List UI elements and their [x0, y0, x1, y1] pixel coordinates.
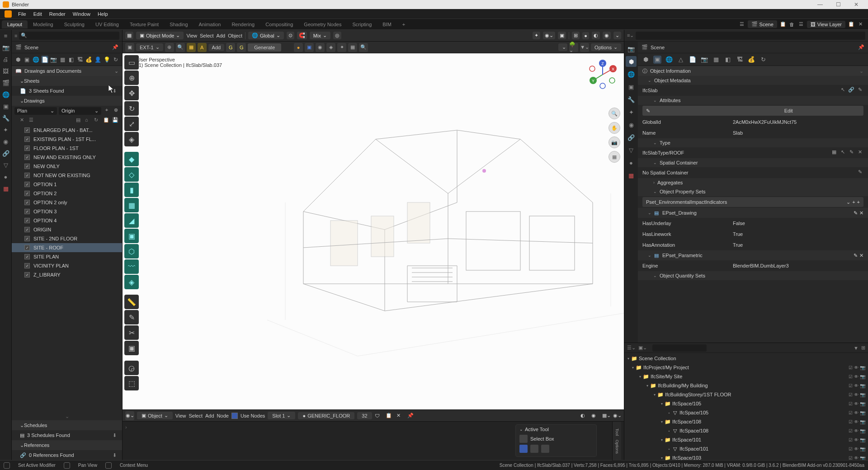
- shading-options-icon[interactable]: ⌄: [613, 32, 621, 39]
- particles-icon[interactable]: ✦: [2, 126, 10, 134]
- checkbox-icon[interactable]: [24, 245, 30, 250]
- eye-icon[interactable]: 👁: [854, 365, 859, 370]
- add-icon[interactable]: +: [852, 199, 855, 205]
- tab-rendering[interactable]: Rendering: [226, 20, 260, 28]
- tab-scripting[interactable]: Scripting: [347, 20, 377, 28]
- checkbox-icon[interactable]: [24, 164, 30, 169]
- download-icon[interactable]: ⬇: [110, 432, 118, 438]
- slot-select[interactable]: Slot 1 ⌄: [268, 412, 295, 419]
- drawing-item[interactable]: ORIGIN: [12, 225, 122, 234]
- cost-icon[interactable]: 💰: [747, 56, 755, 64]
- transform-tool[interactable]: ◈: [124, 132, 139, 146]
- unlink-icon[interactable]: ✕: [396, 413, 405, 418]
- mode-select[interactable]: ▣ Object Mode ⌄: [136, 32, 184, 39]
- menu-add[interactable]: Add: [217, 33, 226, 38]
- drawing-icon[interactable]: 📄: [689, 56, 697, 64]
- drawing-item[interactable]: ENLARGED PLAN - BAT...: [12, 126, 122, 135]
- tab-bim-icon[interactable]: ⬢: [626, 56, 637, 67]
- outliner-row[interactable]: •▽IfcSpace/108☑👁📷: [624, 426, 868, 435]
- snap-toggle-icon[interactable]: 🧲: [297, 32, 307, 39]
- bim-tool-3[interactable]: ▮: [124, 183, 139, 197]
- outliner-row[interactable]: ▾📁IfcSpace/108☑👁📷: [624, 417, 868, 426]
- options-icon[interactable]: ≡: [2, 32, 10, 40]
- object-icon[interactable]: ▣: [2, 102, 10, 110]
- sidebar-tabs[interactable]: Tool Options: [612, 422, 621, 461]
- outliner-row[interactable]: •▽IfcSpace/101☑👁📷: [624, 444, 868, 453]
- scene-browse-icon[interactable]: ☰: [739, 21, 745, 28]
- copy-icon[interactable]: 📋: [386, 413, 394, 418]
- extra-tool[interactable]: ⬚: [124, 376, 139, 390]
- type-icon[interactable]: ◧: [67, 56, 75, 63]
- shading-wire-icon[interactable]: ⊞: [572, 32, 580, 39]
- material-icon[interactable]: ●: [2, 173, 10, 181]
- outliner-row[interactable]: ▾📁IfcSpace/105☑👁📷: [624, 399, 868, 408]
- tab-animation[interactable]: Animation: [193, 20, 226, 28]
- oqsets-header[interactable]: ⌄Object Quantity Sets: [638, 271, 868, 280]
- new-collection-icon[interactable]: ⊞: [861, 345, 865, 351]
- checkbox-icon[interactable]: [24, 218, 30, 223]
- pin-icon[interactable]: 📌: [858, 44, 864, 50]
- tab-shading[interactable]: Shading: [164, 20, 193, 28]
- rotate-tool[interactable]: ↻: [124, 101, 139, 116]
- drawing-item[interactable]: SITE - 2ND FLOOR: [12, 234, 122, 243]
- tab-object-icon[interactable]: ▣: [626, 81, 637, 92]
- tab-constraint-icon[interactable]: 🔗: [626, 132, 637, 143]
- shield-icon[interactable]: 🛡: [375, 413, 383, 418]
- viewlayer-browse-icon[interactable]: ☰: [798, 21, 804, 28]
- options-icon[interactable]: ≡: [14, 33, 17, 38]
- object-data-icon[interactable]: ▣: [24, 56, 31, 63]
- pin-icon[interactable]: 📌: [112, 44, 118, 50]
- menu-view[interactable]: View: [186, 33, 197, 38]
- shading-render-icon[interactable]: ◉: [603, 32, 611, 39]
- eye-icon[interactable]: 👁: [854, 374, 859, 379]
- outliner-row[interactable]: ▾📁IfcBuildingStorey/1ST FLOOR☑👁📷: [624, 390, 868, 399]
- node1-icon[interactable]: ◐: [580, 413, 589, 418]
- scene-breadcrumb-right[interactable]: 🎬 Scene 📌: [638, 42, 868, 53]
- tab-sculpting[interactable]: Sculpting: [59, 20, 90, 28]
- more-icon[interactable]: ↻: [112, 56, 119, 63]
- overlay-icon[interactable]: ◉⌄: [543, 32, 555, 39]
- knife-tool[interactable]: ✂: [124, 325, 139, 340]
- add-button[interactable]: +: [103, 107, 110, 114]
- scene-new-icon[interactable]: 📋: [780, 21, 786, 28]
- schedules-header[interactable]: ⌄ Schedules: [12, 420, 122, 430]
- constraints-icon[interactable]: 🔗: [2, 149, 10, 157]
- drawing-item[interactable]: NEW AND EXISTING ONLY: [12, 153, 122, 162]
- scene-delete-icon[interactable]: 🗑: [789, 21, 795, 28]
- project-icon[interactable]: ⬢: [14, 56, 22, 63]
- eye-icon[interactable]: 👁: [854, 401, 859, 406]
- world-icon[interactable]: 🌐: [32, 56, 40, 63]
- render-icon[interactable]: 📷: [860, 419, 865, 424]
- move-tool[interactable]: ✥: [124, 86, 139, 100]
- geo-icon[interactable]: △: [677, 56, 685, 64]
- drawings-docs-dropdown[interactable]: 📖 Drawings and Documents ⌄: [12, 66, 122, 76]
- link-icon[interactable]: 🔗: [848, 87, 855, 94]
- home-icon[interactable]: ⌂: [85, 117, 92, 124]
- exclude-icon[interactable]: ☑: [849, 401, 853, 406]
- edit-icon[interactable]: ✎: [854, 210, 858, 216]
- node2-icon[interactable]: ◉: [591, 413, 599, 418]
- outliner-row[interactable]: ▾📁IfcSpace/103☑👁📷: [624, 453, 868, 460]
- pset-dropdown[interactable]: Pset_EnvironmentalImpactIndicators ⌄++: [642, 197, 863, 207]
- drawing-item[interactable]: VICINITY PLAN: [12, 261, 122, 270]
- scale-tool[interactable]: ⤢: [124, 117, 139, 131]
- g2-button[interactable]: G: [237, 43, 246, 52]
- proportional-icon[interactable]: ◎: [333, 32, 341, 39]
- checkbox-icon[interactable]: [24, 182, 30, 187]
- type-icon[interactable]: ◧: [724, 56, 732, 64]
- checkbox-icon[interactable]: [24, 209, 30, 214]
- outliner-row[interactable]: •▽IfcSpace/105☑👁📷: [624, 408, 868, 417]
- ball1-icon[interactable]: ●: [294, 43, 303, 52]
- struct-icon[interactable]: 🏗: [736, 56, 744, 64]
- node-object-select[interactable]: ▣ Object ⌄: [137, 412, 173, 419]
- void-select[interactable]: ⌄: [558, 43, 567, 51]
- addcube-tool[interactable]: ▣: [124, 341, 139, 355]
- material-users[interactable]: 32: [357, 412, 372, 419]
- mesh-icon[interactable]: ▽: [2, 161, 10, 169]
- exclude-icon[interactable]: ☑: [849, 437, 853, 442]
- grid-toggle-icon[interactable]: ▦: [187, 43, 196, 52]
- modifier-icon[interactable]: 🔧: [2, 114, 10, 122]
- structural-icon[interactable]: 🏗: [76, 56, 84, 63]
- nav-gizmo[interactable]: X Y Z: [587, 59, 618, 90]
- ball4-icon[interactable]: ◈: [326, 43, 335, 52]
